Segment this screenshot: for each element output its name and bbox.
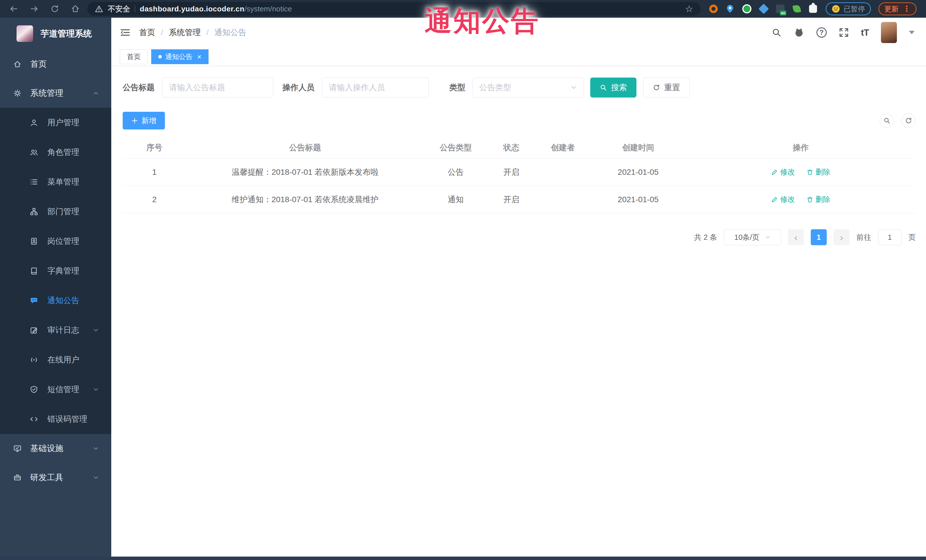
sidebar-item-infra[interactable]: 基础设施 — [0, 434, 111, 463]
ext-dark-on-icon[interactable]: on — [776, 5, 784, 13]
github-icon[interactable] — [794, 27, 805, 38]
browser-reload-icon[interactable] — [50, 4, 59, 14]
browser-menu-icon[interactable]: ⋮ — [903, 5, 911, 13]
breadcrumb: 首页 / 系统管理 / 通知公告 — [139, 27, 247, 38]
monitor-icon — [13, 444, 22, 453]
ext-green-icon[interactable] — [742, 4, 751, 14]
tab-close-icon[interactable]: × — [197, 53, 201, 60]
sidebar-item-system[interactable]: 系统管理 — [0, 79, 111, 108]
table-toolbar: 新增 — [123, 112, 916, 130]
sidebar-item-error-codes[interactable]: 错误码管理 — [0, 404, 111, 434]
search-icon — [883, 117, 891, 124]
edit-link[interactable]: 修改 — [771, 167, 795, 177]
next-page-button[interactable]: › — [834, 229, 850, 245]
app-logo-row[interactable]: 芋道管理系统 — [0, 18, 111, 50]
tab-home[interactable]: 首页 — [120, 49, 148, 64]
toggle-search-button[interactable] — [880, 113, 894, 128]
address-bar[interactable]: 不安全 dashboard.yudao.iocoder.cn/system/no… — [87, 2, 701, 16]
sidebar-item-dicts[interactable]: 字典管理 — [0, 256, 111, 286]
refresh-table-button[interactable] — [902, 113, 916, 128]
paused-label: 已暂停 — [844, 4, 865, 14]
col-header-title: 公告标题 — [186, 142, 424, 153]
chevron-up-icon — [92, 90, 99, 97]
goto-page-input[interactable] — [878, 229, 902, 245]
address-divider — [135, 5, 135, 12]
help-icon[interactable]: ? — [817, 27, 827, 38]
fullscreen-icon[interactable] — [839, 27, 849, 38]
security-warning-icon[interactable] — [95, 5, 103, 13]
font-size-icon[interactable]: tT — [861, 27, 869, 38]
title-filter-input[interactable] — [162, 77, 273, 98]
sidebar-item-notices[interactable]: 通知公告 — [0, 286, 111, 315]
annotation-overlay-title: 通知公告 — [425, 3, 540, 40]
sidebar-item-sms[interactable]: 短信管理 — [0, 375, 111, 404]
add-button[interactable]: 新增 — [123, 112, 165, 130]
search-button[interactable]: 搜索 — [590, 77, 637, 98]
update-button[interactable]: 更新 ⋮ — [878, 2, 917, 15]
ext-location-icon[interactable] — [726, 5, 734, 13]
ext-gem-icon[interactable] — [758, 4, 769, 14]
user-avatar[interactable] — [881, 22, 897, 43]
sidebar-item-devtools[interactable]: 研发工具 — [0, 463, 111, 492]
extensions-puzzle-icon[interactable] — [809, 5, 817, 13]
ext-leaf-icon[interactable] — [793, 5, 801, 13]
operator-filter-input[interactable] — [322, 77, 429, 98]
pencil-icon — [771, 196, 778, 203]
breadcrumb-home[interactable]: 首页 — [139, 27, 155, 38]
org-tree-icon — [30, 207, 38, 216]
shield-icon — [30, 385, 38, 394]
toolbox-icon — [13, 473, 22, 482]
sidebar-item-users[interactable]: 用户管理 — [0, 108, 111, 137]
refresh-icon — [653, 84, 660, 91]
badge-icon — [30, 237, 38, 246]
home-icon — [13, 60, 22, 68]
user-group-icon — [30, 148, 38, 157]
chevron-down-icon — [92, 445, 99, 452]
security-label[interactable]: 不安全 — [108, 4, 130, 14]
user-icon — [30, 118, 38, 127]
code-icon — [30, 415, 38, 423]
breadcrumb-separator: / — [161, 28, 163, 37]
browser-forward-icon[interactable] — [30, 4, 39, 14]
sidebar-item-home[interactable]: 首页 — [0, 50, 111, 79]
edit-link[interactable]: 修改 — [771, 195, 795, 204]
sidebar-item-departments[interactable]: 部门管理 — [0, 197, 111, 226]
goto-unit-label: 页 — [908, 232, 916, 242]
audit-log-icon — [30, 326, 38, 335]
profile-paused-badge[interactable]: 已暂停 — [826, 2, 871, 15]
browser-home-icon[interactable] — [71, 4, 80, 14]
pagination-total: 共 2 条 — [694, 232, 717, 242]
type-filter-label: 类型 — [449, 82, 465, 93]
gear-icon — [13, 89, 22, 98]
online-users-icon — [30, 356, 38, 364]
prev-page-button[interactable]: ‹ — [788, 229, 804, 245]
active-dot-icon — [158, 55, 162, 59]
type-filter-select[interactable]: 公告类型 — [473, 77, 584, 98]
url-path: /system/notice — [245, 5, 292, 13]
sidebar-item-online-users[interactable]: 在线用户 — [0, 345, 111, 375]
reset-button[interactable]: 重置 — [643, 77, 690, 98]
page-content: 公告标题 操作人员 类型 公告类型 搜索 — [111, 66, 926, 245]
sidebar-item-posts[interactable]: 岗位管理 — [0, 226, 111, 256]
breadcrumb-system[interactable]: 系统管理 — [169, 27, 201, 38]
select-chevron-down-icon — [764, 234, 771, 240]
avatar-caret-icon[interactable] — [909, 31, 915, 34]
menu-fold-icon[interactable] — [120, 27, 131, 38]
current-page-button[interactable]: 1 — [811, 229, 827, 245]
sidebar-item-audit-log[interactable]: 审计日志 — [0, 315, 111, 345]
page-size-select[interactable]: 10条/页 — [724, 229, 781, 245]
browser-back-icon[interactable] — [9, 4, 18, 14]
delete-link[interactable]: 删除 — [806, 167, 831, 177]
ext-orange-icon[interactable] — [709, 5, 718, 13]
search-icon[interactable] — [772, 27, 782, 38]
sidebar-item-menus[interactable]: 菜单管理 — [0, 167, 111, 197]
tab-notices[interactable]: 通知公告 × — [151, 49, 209, 64]
sidebar: 芋道管理系统 首页 系统管理 用户管理 — [0, 18, 111, 560]
book-icon — [30, 267, 38, 275]
col-header-type: 公告类型 — [424, 142, 487, 153]
app-title: 芋道管理系统 — [41, 28, 92, 40]
app-logo-image — [17, 26, 33, 42]
bookmark-star-icon[interactable]: ☆ — [685, 3, 693, 14]
delete-link[interactable]: 删除 — [806, 195, 831, 204]
sidebar-item-roles[interactable]: 角色管理 — [0, 137, 111, 167]
